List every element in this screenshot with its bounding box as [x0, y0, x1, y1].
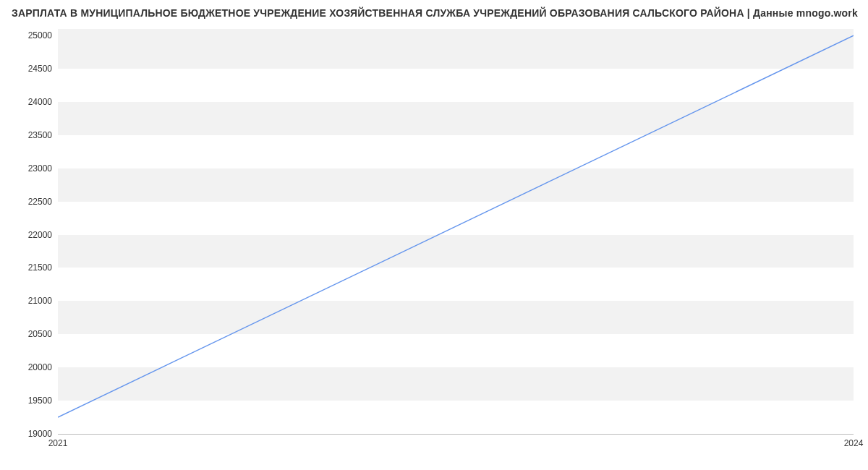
y-tick-label: 25000 — [9, 30, 52, 40]
y-tick-label: 22500 — [9, 197, 52, 207]
y-tick-label: 23000 — [9, 163, 52, 174]
y-tick-label: 23500 — [9, 130, 52, 140]
y-tick-label: 20500 — [9, 329, 52, 339]
chart-container: ЗАРПЛАТА В МУНИЦИПАЛЬНОЕ БЮДЖЕТНОЕ УЧРЕЖ… — [0, 0, 868, 470]
series-line — [58, 35, 854, 417]
x-tick-label: 2021 — [48, 438, 68, 448]
y-tick-label: 22000 — [9, 230, 52, 240]
x-axis — [58, 434, 854, 435]
y-tick-label: 21500 — [9, 262, 52, 273]
y-tick-label: 24000 — [9, 97, 52, 107]
y-tick-label: 21000 — [9, 296, 52, 306]
plot-area — [58, 29, 854, 434]
y-tick-label: 19500 — [9, 396, 52, 406]
y-tick-label: 24500 — [9, 64, 52, 74]
line-layer — [58, 29, 854, 434]
x-tick-label: 2024 — [844, 438, 864, 448]
y-tick-label: 20000 — [9, 362, 52, 372]
y-tick-label: 19000 — [9, 429, 52, 439]
chart-title: ЗАРПЛАТА В МУНИЦИПАЛЬНОЕ БЮДЖЕТНОЕ УЧРЕЖ… — [12, 7, 858, 19]
